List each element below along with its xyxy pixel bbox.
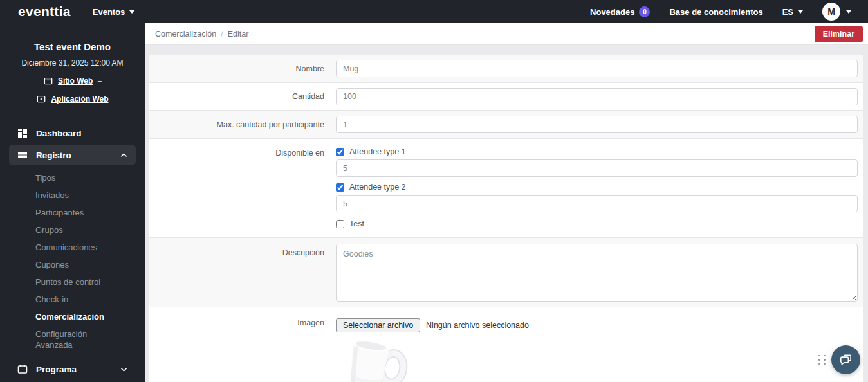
disponible-en-label: Disponible en bbox=[149, 139, 324, 237]
knowledge-base-label: Base de conocimientos bbox=[669, 7, 762, 17]
eventos-menu[interactable]: Eventos bbox=[93, 7, 135, 17]
caret-down-icon bbox=[846, 10, 851, 14]
form-card: Nombre Cantidad Max. cantidad por partic… bbox=[149, 55, 863, 382]
avatar[interactable]: M bbox=[822, 3, 840, 21]
test-checkbox[interactable] bbox=[336, 220, 344, 228]
nombre-label: Nombre bbox=[149, 64, 324, 73]
test-option[interactable]: Test bbox=[336, 219, 858, 228]
screen-play-icon bbox=[36, 95, 46, 104]
topbar: eventtia Eventos Novedades 0 Base de con… bbox=[0, 0, 868, 23]
registro-submenu: Tipos Invitados Participantes Grupos Com… bbox=[0, 169, 145, 354]
registration-table-icon bbox=[17, 150, 28, 160]
eventos-menu-label: Eventos bbox=[93, 7, 125, 17]
eventtia-logo[interactable]: eventtia bbox=[18, 4, 71, 19]
chevron-up-icon bbox=[120, 152, 127, 159]
form-row-descripcion: Descripción Goodies bbox=[149, 238, 863, 307]
sidebar-item-grupos[interactable]: Grupos bbox=[0, 221, 145, 239]
chat-button[interactable] bbox=[831, 345, 860, 374]
sidebar-item-tipos[interactable]: Tipos bbox=[0, 169, 145, 186]
event-date: Diciembre 31, 2025 12:00 AM bbox=[0, 59, 145, 68]
eliminar-button[interactable]: Eliminar bbox=[815, 26, 863, 42]
language-selector[interactable]: ES bbox=[782, 7, 803, 17]
breadcrumb: Comercialización / Editar bbox=[155, 30, 248, 39]
sidebar-item-label: Registro bbox=[36, 150, 71, 160]
descripcion-textarea[interactable]: Goodies bbox=[336, 244, 858, 302]
sidebar-item-check-in[interactable]: Check-in bbox=[0, 291, 145, 308]
form-row-disponible-en: Disponible en Attendee type 1 Attendee t… bbox=[149, 139, 863, 238]
sidebar: Test event Demo Diciembre 31, 2025 12:00… bbox=[0, 23, 145, 382]
sidebar-item-programa[interactable]: Programa bbox=[9, 359, 136, 379]
sidebar-item-registro[interactable]: Registro bbox=[9, 145, 136, 165]
language-label: ES bbox=[782, 7, 793, 17]
attendee-type-1-checkbox[interactable] bbox=[336, 148, 344, 156]
breadcrumb-bar: Comercialización / Editar Eliminar bbox=[145, 23, 868, 45]
attendee-type-2-label: Attendee type 2 bbox=[349, 183, 406, 192]
sidebar-item-puntos-de-control[interactable]: Puntos de control bbox=[0, 273, 145, 291]
attendee-type-1-option[interactable]: Attendee type 1 bbox=[336, 147, 858, 156]
chat-widget bbox=[818, 345, 860, 374]
sidebar-item-configuracion-avanzada[interactable]: Configuración Avanzada bbox=[0, 325, 145, 354]
imagen-label: Imagen bbox=[149, 307, 324, 382]
sidebar-item-invitados[interactable]: Invitados bbox=[0, 186, 145, 204]
main-content: Comercialización / Editar Eliminar Nombr… bbox=[145, 23, 868, 382]
breadcrumb-current: Editar bbox=[228, 30, 249, 39]
form-row-nombre: Nombre bbox=[149, 55, 863, 83]
form-page: Nombre Cantidad Max. cantidad por partic… bbox=[145, 45, 868, 382]
calendar-icon bbox=[17, 364, 28, 374]
attendee-type-1-quantity-input[interactable] bbox=[336, 159, 858, 177]
attendee-type-2-quantity-input[interactable] bbox=[336, 195, 858, 212]
file-status-text: Ningún archivo seleccionado bbox=[426, 321, 529, 330]
max-cantidad-label: Max. cantidad por participante bbox=[149, 120, 324, 129]
seleccionar-archivo-button[interactable]: Seleccionar archivo bbox=[336, 318, 420, 332]
caret-down-icon bbox=[798, 10, 803, 14]
sidebar-item-comercializacion[interactable]: Comercialización bbox=[0, 308, 145, 325]
drag-handle[interactable] bbox=[818, 355, 826, 365]
browser-icon bbox=[43, 77, 53, 86]
nombre-input[interactable] bbox=[336, 60, 858, 77]
attendee-type-2-checkbox[interactable] bbox=[336, 183, 344, 192]
breadcrumb-parent[interactable]: Comercialización bbox=[155, 30, 216, 39]
sidebar-item-label: Dashboard bbox=[36, 129, 82, 138]
sidebar-item-dashboard[interactable]: Dashboard bbox=[9, 123, 136, 143]
sitio-web-suffix: – bbox=[97, 77, 102, 86]
user-menu[interactable]: M bbox=[822, 3, 851, 21]
white-mug-image bbox=[336, 340, 423, 382]
knowledge-base-link[interactable]: Base de conocimientos bbox=[669, 7, 762, 17]
novedades-menu[interactable]: Novedades 0 bbox=[590, 6, 650, 17]
sidebar-item-comunicaciones[interactable]: Comunicaciones bbox=[0, 239, 145, 256]
breadcrumb-separator: / bbox=[221, 30, 223, 39]
sidebar-item-participantes[interactable]: Participantes bbox=[0, 204, 145, 221]
cantidad-input[interactable] bbox=[336, 88, 858, 105]
max-cantidad-input[interactable] bbox=[336, 116, 858, 133]
sidebar-item-cupones[interactable]: Cupones bbox=[0, 256, 145, 273]
form-row-max-cantidad: Max. cantidad por participante bbox=[149, 111, 863, 139]
form-row-imagen: Imagen Seleccionar archivo Ningún archiv… bbox=[149, 307, 863, 382]
attendee-type-2-option[interactable]: Attendee type 2 bbox=[336, 183, 858, 192]
novedades-count-badge: 0 bbox=[639, 6, 650, 17]
caret-down-icon bbox=[129, 10, 134, 14]
dashboard-grid-icon bbox=[17, 128, 28, 138]
attendee-type-1-label: Attendee type 1 bbox=[349, 147, 406, 156]
descripcion-label: Descripción bbox=[149, 238, 324, 307]
aplicacion-web-link[interactable]: Aplicación Web bbox=[51, 95, 108, 104]
cantidad-label: Cantidad bbox=[149, 92, 324, 101]
event-title: Test event Demo bbox=[0, 41, 145, 52]
sidebar-nav: Dashboard Registro Tipos Invitados Parti… bbox=[0, 123, 145, 382]
novedades-label: Novedades bbox=[590, 7, 634, 17]
mug-image-preview bbox=[336, 340, 423, 382]
sidebar-item-label: Programa bbox=[36, 365, 77, 374]
chevron-down-icon bbox=[120, 366, 127, 373]
test-label: Test bbox=[349, 219, 364, 228]
sitio-web-link[interactable]: Sitio Web bbox=[58, 77, 93, 86]
form-row-cantidad: Cantidad bbox=[149, 83, 863, 111]
chat-bubbles-icon bbox=[838, 352, 853, 367]
